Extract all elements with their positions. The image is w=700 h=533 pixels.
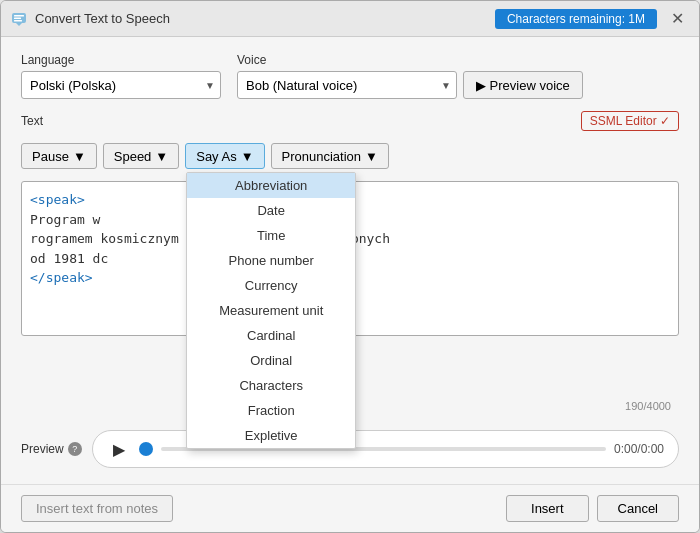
toolbar: Pause ▼ Speed ▼ Say As ▼ Abbreviation Da… [21,143,679,169]
voice-select[interactable]: Bob (Natural voice) [237,71,457,99]
voice-select-wrapper: Bob (Natural voice) ▼ [237,71,457,99]
language-select[interactable]: Polski (Polska) [21,71,221,99]
svg-rect-3 [14,17,21,19]
language-field: Language Polski (Polska) ▼ [21,53,221,99]
audio-player: ▶ 0:00/0:00 [92,430,679,468]
say-as-option-date[interactable]: Date [187,198,355,223]
chars-remaining-badge: Characters remaining: 1M [495,9,657,29]
say-as-option-expletive[interactable]: Expletive [187,423,355,448]
say-as-option-time[interactable]: Time [187,223,355,248]
say-as-option-cardinal[interactable]: Cardinal [187,323,355,348]
svg-rect-4 [14,20,22,22]
say-as-option-measurement[interactable]: Measurement unit [187,298,355,323]
pronunciation-chevron-icon: ▼ [365,149,378,164]
text-label: Text [21,114,43,128]
preview-voice-button[interactable]: ▶ Preview voice [463,71,583,99]
voice-label: Voice [237,53,583,67]
preview-help-icon[interactable]: ? [68,442,82,456]
pause-label: Pause [32,149,69,164]
progress-dot[interactable] [139,442,153,456]
say-as-option-fraction[interactable]: Fraction [187,398,355,423]
bottom-bar: Insert text from notes Insert Cancel [1,484,699,532]
pronunciation-label: Pronunciation [282,149,362,164]
language-label: Language [21,53,221,67]
say-as-option-abbreviation[interactable]: Abbreviation [187,173,355,198]
text-section: Text SSML Editor ✓ [21,111,679,131]
titlebar: Convert Text to Speech Characters remain… [1,1,699,37]
main-content: Language Polski (Polska) ▼ Voice Bob (Na… [1,37,699,484]
speed-button[interactable]: Speed ▼ [103,143,179,169]
svg-rect-2 [14,15,24,17]
voice-field: Voice Bob (Natural voice) ▼ ▶ Preview vo… [237,53,583,99]
pause-chevron-icon: ▼ [73,149,86,164]
speed-label: Speed [114,149,152,164]
preview-label-group: Preview ? [21,442,82,456]
svg-marker-1 [16,23,22,26]
titlebar-left: Convert Text to Speech [11,11,170,27]
titlebar-right: Characters remaining: 1M ✕ [495,7,689,31]
cancel-button[interactable]: Cancel [597,495,679,522]
time-display: 0:00/0:00 [614,442,664,456]
pronunciation-button[interactable]: Pronunciation ▼ [271,143,389,169]
say-as-option-currency[interactable]: Currency [187,273,355,298]
play-button[interactable]: ▶ [107,437,131,461]
close-button[interactable]: ✕ [665,7,689,31]
insert-notes-button[interactable]: Insert text from notes [21,495,173,522]
ssml-editor-button[interactable]: SSML Editor ✓ [581,111,679,131]
say-as-option-phone[interactable]: Phone number [187,248,355,273]
insert-button[interactable]: Insert [506,495,589,522]
editor-line3: od 1981 dc [30,251,108,266]
editor-line1: Program w [30,212,100,227]
language-select-wrapper: Polski (Polska) ▼ [21,71,221,99]
app-icon [11,11,27,27]
text-section-header: Text SSML Editor ✓ [21,111,679,131]
say-as-option-ordinal[interactable]: Ordinal [187,348,355,373]
convert-text-to-speech-window: Convert Text to Speech Characters remain… [0,0,700,533]
speak-close-tag: </speak> [30,270,93,285]
say-as-button[interactable]: Say As ▼ Abbreviation Date Time Phone nu… [185,143,264,169]
speed-chevron-icon: ▼ [155,149,168,164]
speak-open-tag: <speak> [30,192,85,207]
language-voice-row: Language Polski (Polska) ▼ Voice Bob (Na… [21,53,679,99]
bottom-right-buttons: Insert Cancel [506,495,679,522]
say-as-label: Say As [196,149,236,164]
say-as-option-characters[interactable]: Characters [187,373,355,398]
char-count: 190/4000 [625,400,671,412]
window-title: Convert Text to Speech [35,11,170,26]
say-as-dropdown: Abbreviation Date Time Phone number Curr… [186,172,356,449]
preview-label: Preview [21,442,64,456]
say-as-chevron-icon: ▼ [241,149,254,164]
pause-button[interactable]: Pause ▼ [21,143,97,169]
